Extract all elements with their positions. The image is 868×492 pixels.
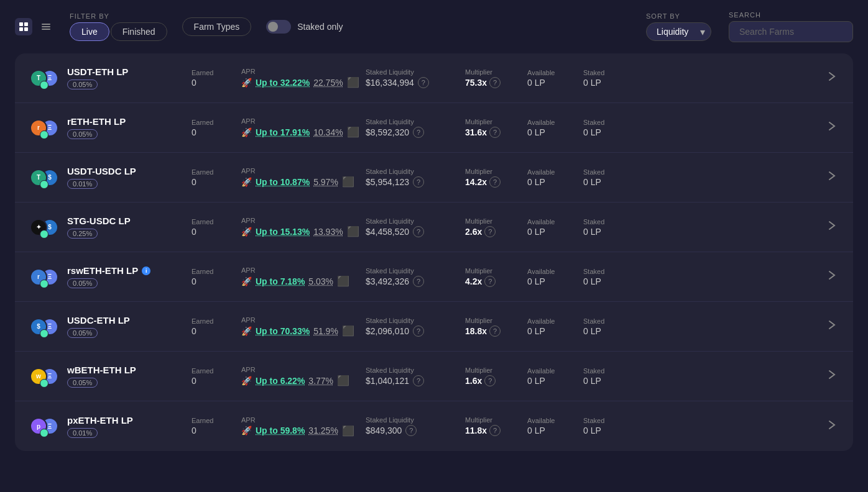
multiplier-row: 31.6x ?: [465, 127, 527, 138]
farm-earned: Earned 0: [192, 69, 241, 88]
liquidity-value: $1,040,121: [366, 376, 409, 386]
apr-secondary: 13.93%: [313, 227, 343, 237]
farm-pair-icons: pΞ: [30, 415, 62, 437]
farm-multiplier: Multiplier 2.6x ?: [465, 217, 527, 237]
apr-secondary: 51.9%: [313, 326, 338, 336]
info-icon[interactable]: i: [142, 266, 150, 275]
liquidity-label: Staked Liquidity: [366, 68, 465, 76]
farm-earned: Earned 0: [192, 417, 241, 435]
fee-badge: 0.05%: [67, 378, 98, 388]
multiplier-question-icon[interactable]: ?: [484, 226, 496, 237]
question-icon[interactable]: ?: [413, 176, 424, 188]
svg-rect-3: [24, 27, 28, 31]
chart-icon[interactable]: ⬛: [337, 275, 349, 287]
multiplier-question-icon[interactable]: ?: [489, 176, 501, 188]
available-value: 0 LP: [527, 127, 583, 137]
list-view-button[interactable]: [37, 18, 55, 35]
multiplier-question-icon[interactable]: ?: [489, 77, 501, 88]
farm-name-section: wBETH-ETH LP0.05%: [67, 365, 192, 388]
question-icon[interactable]: ?: [413, 226, 424, 237]
svg-rect-0: [19, 22, 23, 26]
multiplier-label: Multiplier: [465, 168, 527, 175]
question-icon[interactable]: ?: [413, 375, 424, 386]
staked-label: Staked: [583, 119, 639, 126]
apr-main: Up to 70.33%: [256, 326, 310, 336]
farm-available: Available 0 LP: [527, 119, 583, 137]
chart-icon[interactable]: ⬛: [342, 325, 354, 337]
multiplier-question-icon[interactable]: ?: [484, 375, 496, 386]
farm-row: pΞpxETH-ETH LP0.01% Earned 0 APR 🚀 Up to…: [15, 401, 853, 451]
multiplier-question-icon[interactable]: ?: [489, 425, 501, 436]
sort-select[interactable]: Liquidity APR Multiplier Earned: [646, 22, 711, 41]
staked-label: Staked: [583, 417, 639, 424]
chart-icon[interactable]: ⬛: [342, 176, 354, 188]
question-icon[interactable]: ?: [405, 425, 417, 436]
expand-button[interactable]: [826, 316, 838, 337]
chart-icon[interactable]: ⬛: [347, 126, 359, 138]
liquidity-value: $8,592,320: [366, 127, 409, 137]
multiplier-question-icon[interactable]: ?: [489, 127, 501, 138]
apr-values: 🚀 Up to 15.13% 13.93% ⬛: [241, 226, 366, 237]
farm-row: ✦$STG-USDC LP0.25% Earned 0 APR 🚀 Up to …: [15, 203, 853, 252]
staked-label: Staked: [583, 268, 639, 275]
apr-main: Up to 32.22%: [256, 78, 310, 88]
farm-name-section: USDT-ETH LP0.05%: [67, 66, 192, 89]
earned-value: 0: [192, 326, 241, 336]
chart-icon[interactable]: ⬛: [337, 375, 349, 386]
fee-badge: 0.05%: [67, 129, 98, 139]
expand-button[interactable]: [826, 266, 838, 287]
fee-badge: 0.01%: [67, 428, 98, 438]
expand-button[interactable]: [826, 68, 838, 88]
live-filter-button[interactable]: Live: [70, 22, 109, 41]
staked-label: Staked: [583, 168, 639, 176]
search-input[interactable]: [729, 21, 853, 42]
sort-by-label: SORT BY: [646, 12, 680, 20]
farm-name-section: USDT-USDC LP0.01%: [67, 166, 192, 189]
apr-main: Up to 6.22%: [256, 376, 305, 386]
expand-button[interactable]: [826, 167, 838, 188]
available-value: 0 LP: [527, 376, 583, 386]
chart-icon[interactable]: ⬛: [347, 76, 359, 88]
svg-rect-4: [42, 24, 50, 25]
farm-staked: Staked 0 LP: [583, 69, 639, 88]
farm-pair-icons: $Ξ: [30, 316, 62, 338]
apr-values: 🚀 Up to 32.22% 22.75% ⬛: [241, 76, 366, 88]
expand-button[interactable]: [826, 416, 838, 437]
farm-row: $ΞUSDC-ETH LP0.05% Earned 0 APR 🚀 Up to …: [15, 302, 853, 352]
fee-badge: 0.05%: [67, 328, 98, 338]
apr-label: APR: [241, 167, 366, 175]
farm-pair-icons: rΞ: [30, 117, 62, 139]
farm-name: wBETH-ETH LP: [67, 365, 192, 375]
expand-button[interactable]: [826, 117, 838, 138]
apr-label: APR: [241, 366, 366, 373]
question-icon[interactable]: ?: [413, 276, 424, 287]
finished-filter-button[interactable]: Finished: [111, 22, 167, 41]
question-icon[interactable]: ?: [413, 326, 424, 337]
apr-values: 🚀 Up to 70.33% 51.9% ⬛: [241, 325, 366, 337]
farm-name-section: rETH-ETH LP0.05%: [67, 116, 192, 139]
multiplier-label: Multiplier: [465, 317, 527, 324]
multiplier-row: 4.2x ?: [465, 276, 527, 287]
multiplier-question-icon[interactable]: ?: [484, 276, 496, 287]
staked-only-label: Staked only: [297, 22, 343, 32]
chart-icon[interactable]: ⬛: [347, 226, 359, 237]
farm-liquidity: Staked Liquidity $3,492,326 ?: [366, 267, 465, 287]
multiplier-value: 75.3x: [465, 78, 487, 88]
chart-icon[interactable]: ⬛: [342, 425, 354, 437]
apr-values: 🚀 Up to 59.8% 31.25% ⬛: [241, 425, 366, 437]
filter-by-label: FILTER BY: [70, 12, 165, 20]
multiplier-question-icon[interactable]: ?: [489, 326, 501, 337]
grid-view-button[interactable]: [15, 18, 32, 35]
available-value: 0 LP: [527, 426, 583, 435]
staked-label: Staked: [583, 218, 639, 226]
farm-multiplier: Multiplier 18.8x ?: [465, 317, 527, 337]
expand-button[interactable]: [826, 366, 838, 386]
question-icon[interactable]: ?: [418, 77, 429, 88]
expand-button[interactable]: [826, 217, 838, 237]
farm-types-button[interactable]: Farm Types: [182, 17, 252, 36]
earned-label: Earned: [192, 168, 241, 176]
staked-only-toggle[interactable]: [266, 20, 291, 34]
question-icon[interactable]: ?: [413, 127, 424, 138]
farm-pair-icons: wΞ: [30, 365, 62, 388]
apr-main: Up to 15.13%: [256, 227, 310, 237]
